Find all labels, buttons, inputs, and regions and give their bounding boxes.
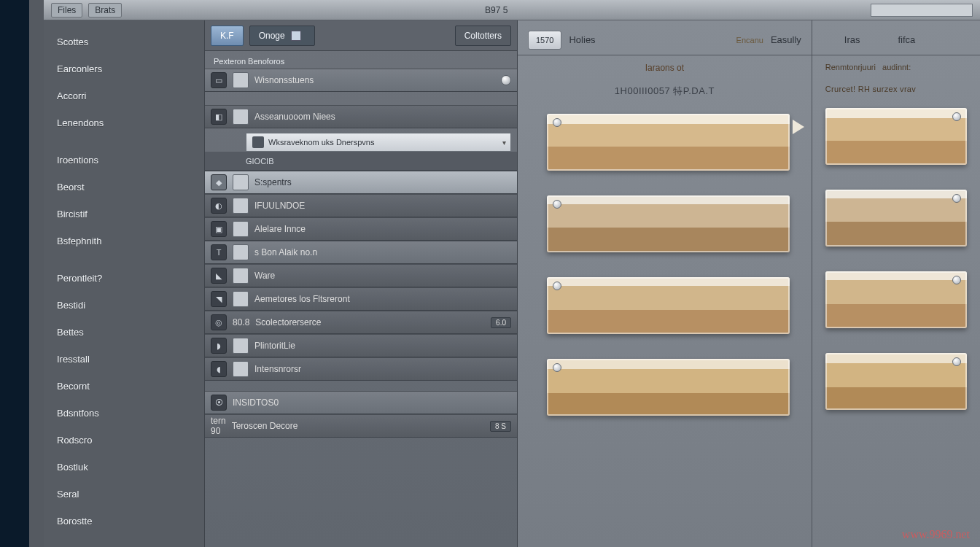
prop-row[interactable]: ◐ IFUULNDOE <box>205 194 517 217</box>
chevron-down-icon: ▾ <box>502 139 506 147</box>
sidebar-item[interactable]: Bettes <box>57 327 191 338</box>
prop-row[interactable]: ◥ Aemetores los Fltsreront <box>205 287 517 311</box>
material-swatch[interactable] <box>825 271 967 328</box>
preview-right-head: Renmtonrjuuri audinnt: <box>812 55 980 71</box>
sidebar-item[interactable]: Rodscro <box>57 435 191 446</box>
stud-icon <box>553 282 561 290</box>
prop-row[interactable]: ▭ Wisnonsstuens <box>205 69 517 92</box>
row-label: Intensnrorsr <box>254 364 511 374</box>
tab-colletters[interactable]: Coltotters <box>455 26 511 46</box>
row-icon: ◐ <box>211 198 227 214</box>
stud-icon <box>553 118 561 127</box>
row-icon: ▣ <box>211 221 227 237</box>
row-icon: ▭ <box>211 72 227 88</box>
preview-right-line: Crurcet! RH surzex vrav <box>812 71 980 99</box>
row-label: s Bon Alaik no.n <box>254 247 511 257</box>
row-icon: ◧ <box>211 109 227 125</box>
preview-panel: 1570 Holies Encanu Easully Iaraons ot 1H… <box>518 20 980 547</box>
topbar-search-slot[interactable] <box>871 4 973 17</box>
stud-icon <box>553 200 561 209</box>
value-c: 6.0 <box>491 317 511 328</box>
preview-tabs: 1570 Holies Encanu Easully <box>518 25 812 55</box>
prop-row-values[interactable]: ◎ 80.8 Scolectorerserce 6.0 <box>205 311 517 334</box>
sidebar-item[interactable]: Bsfephnith <box>57 236 191 247</box>
row-icon: ⦿ <box>211 395 227 411</box>
sidebar-item[interactable]: Perontleit? <box>57 273 191 284</box>
sidebar-item[interactable]: Bircistif <box>57 209 191 220</box>
stud-icon <box>952 112 961 121</box>
prop-row-selected[interactable]: ◆ S:spentrs <box>205 171 517 194</box>
row-icon: ◖ <box>211 361 227 377</box>
material-swatch[interactable] <box>547 277 790 334</box>
row-icon: ◣ <box>211 268 227 284</box>
topbar-code: B97 5 <box>485 5 508 15</box>
thumb-icon <box>233 198 249 214</box>
footer-a: tern 90 <box>211 416 226 436</box>
sidebar-item[interactable]: Beorst <box>57 182 191 193</box>
row-label: Aemetores los Fltsreront <box>254 294 511 304</box>
prop-row[interactable]: ▣ Alelare Innce <box>205 217 517 241</box>
sidebar-item[interactable]: Iroentions <box>57 155 191 166</box>
topbar-files[interactable]: Files <box>51 3 82 18</box>
sidebar-item[interactable]: Iresstall <box>57 354 191 365</box>
tab-active[interactable]: K.F <box>211 26 244 46</box>
tab-lc[interactable]: Iras <box>844 34 860 45</box>
material-swatch[interactable] <box>825 190 967 247</box>
sidebar-item[interactable]: Accorri <box>57 90 191 101</box>
tab-easily[interactable]: Easully <box>771 34 801 45</box>
square-icon <box>291 31 301 41</box>
tab-holes[interactable]: Holies <box>569 34 595 45</box>
row-label: PlintoritLie <box>254 341 511 351</box>
sidebar-item[interactable]: Bostluk <box>57 462 191 473</box>
prop-row[interactable]: ◣ Ware <box>205 264 517 287</box>
sidebar: Scottes Earconlers Accorri Lenendons Iro… <box>44 20 204 547</box>
prop-row[interactable]: ◖ Intensnrorsr <box>205 357 517 381</box>
thumb-icon <box>233 174 249 190</box>
stud-icon <box>952 194 961 203</box>
toggle-knob[interactable] <box>501 75 511 85</box>
swatch-list-right <box>812 99 980 410</box>
sidebar-item[interactable]: Lenendons <box>57 117 191 128</box>
row-icon: T <box>211 244 227 260</box>
panel-tabs: K.F Onoge Coltotters <box>205 20 517 51</box>
prop-row[interactable]: ◗ PlintoritLie <box>205 334 517 357</box>
footer-row[interactable]: ⦿ INSIDTOS0 <box>205 391 517 414</box>
tab-onoge[interactable]: Onoge <box>249 26 315 46</box>
footer-b: Teroscen Decore <box>232 421 484 431</box>
material-swatch[interactable] <box>825 108 967 165</box>
preview-sub: Iaraons ot <box>518 55 812 76</box>
stud-icon <box>952 276 961 284</box>
material-swatch[interactable] <box>547 359 790 416</box>
row-icon: ◆ <box>211 174 227 190</box>
dropdown[interactable]: Wksraveknom uks Dnerspvns ▾ <box>246 133 511 152</box>
prop-row[interactable]: ◧ Asseanuooom Niees <box>205 105 517 128</box>
thumb-icon <box>233 72 249 88</box>
sidebar-item[interactable]: Bdsntfons <box>57 408 191 419</box>
row-label: Alelare Innce <box>254 224 511 234</box>
prop-row[interactable]: T s Bon Alaik no.n <box>205 241 517 264</box>
material-swatch[interactable] <box>825 353 967 410</box>
sidebar-item[interactable]: Seral <box>57 489 191 500</box>
tab-fica[interactable]: ﬁfca <box>898 34 915 45</box>
thumb-icon <box>233 291 249 307</box>
topbar-brats[interactable]: Brats <box>88 3 122 18</box>
stud-icon <box>952 357 961 366</box>
material-swatch[interactable] <box>547 195 790 252</box>
sidebar-item[interactable]: Bestidi <box>57 300 191 311</box>
sidebar-item[interactable]: Earconlers <box>57 63 191 74</box>
topbar: Files Brats B97 5 <box>44 0 980 20</box>
sidebar-item[interactable]: Scottes <box>57 36 191 47</box>
tab-pill[interactable]: 1570 <box>528 31 561 50</box>
preview-right: Iras ﬁfca Renmtonrjuuri audinnt: Crurcet… <box>812 20 980 547</box>
preview-right-tabs: Iras ﬁfca <box>812 25 980 55</box>
watermark: www.9969.net <box>902 528 970 541</box>
row-label: Wisnonsstuens <box>254 75 495 85</box>
thumb-icon <box>233 338 249 354</box>
sidebar-item[interactable]: Borostte <box>57 516 191 527</box>
sidebar-item[interactable]: Becornt <box>57 381 191 392</box>
footer-c: 8 S <box>490 421 511 432</box>
properties-panel: K.F Onoge Coltotters Pexteron Benoforos … <box>204 20 518 547</box>
material-swatch[interactable] <box>547 114 790 171</box>
code-label: GIOCIB <box>205 152 517 171</box>
thumb-icon <box>233 361 249 377</box>
